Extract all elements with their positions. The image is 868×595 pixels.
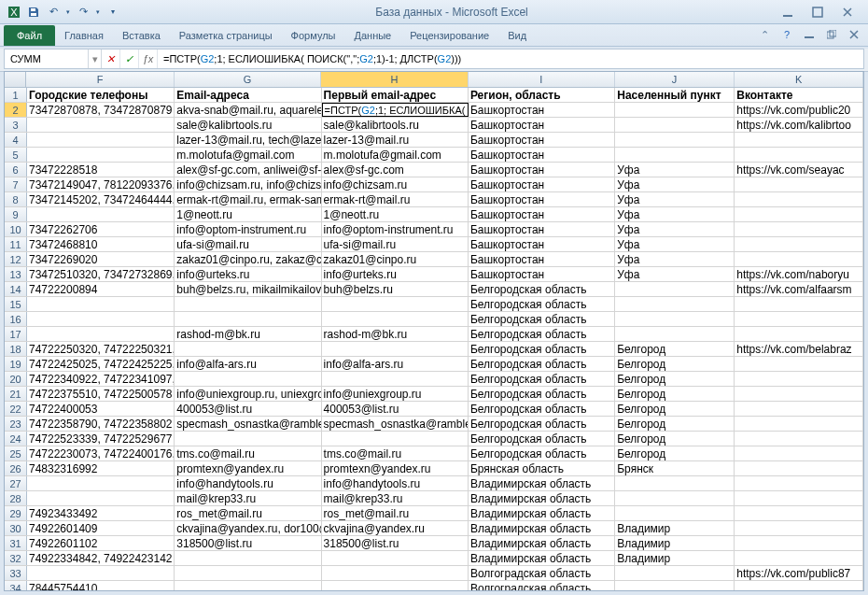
cell[interactable]: rashod-m@bk.ru — [175, 327, 321, 341]
cell[interactable] — [735, 297, 863, 311]
cell[interactable] — [322, 312, 469, 326]
cell[interactable]: Уфа — [615, 267, 735, 281]
cell[interactable]: Уфа — [615, 177, 735, 191]
cell[interactable]: Башкортостан — [469, 177, 615, 191]
cell[interactable]: https://vk.com/public20 — [735, 103, 863, 117]
cell[interactable]: Белгородская область — [469, 357, 615, 371]
cell[interactable]: Вконтакте — [735, 88, 863, 102]
column-header[interactable]: J — [615, 72, 735, 87]
row-header[interactable]: 10 — [5, 222, 27, 236]
row-header[interactable]: 24 — [5, 432, 27, 446]
cell[interactable] — [735, 581, 863, 590]
undo-icon[interactable]: ↶ — [45, 4, 62, 21]
row-header[interactable]: 2 — [5, 103, 27, 117]
cell[interactable] — [27, 207, 175, 221]
cell[interactable] — [735, 327, 863, 341]
cell[interactable]: 1@neott.ru — [175, 207, 321, 221]
cell[interactable]: Белгород — [615, 446, 735, 460]
cell[interactable]: 73472228518 — [27, 163, 175, 177]
formula-input[interactable]: =ПСТР(G2;1; ЕСЛИОШИБКА( ПОИСК(",";G2;1)-… — [158, 52, 863, 65]
cell[interactable] — [735, 476, 863, 490]
cell[interactable] — [27, 476, 175, 490]
cell[interactable]: Уфа — [615, 237, 735, 251]
cell[interactable] — [27, 148, 175, 162]
cell[interactable]: Белгородская область — [469, 432, 615, 446]
cell[interactable]: Владимир — [615, 536, 735, 550]
row-header[interactable]: 30 — [5, 521, 27, 535]
row-header[interactable]: 18 — [5, 342, 27, 356]
cell[interactable]: promtexn@yandex.ru — [175, 461, 321, 475]
cell[interactable]: Башкортостан — [469, 207, 615, 221]
cell[interactable] — [322, 581, 469, 590]
row-header[interactable]: 9 — [5, 207, 27, 221]
cell[interactable]: Белгородская область — [469, 372, 615, 386]
cell[interactable]: 74722200894 — [27, 282, 175, 296]
cell[interactable]: 318500@list.ru — [322, 536, 469, 550]
cell[interactable] — [322, 566, 469, 580]
cell[interactable]: 74923433492 — [27, 506, 175, 520]
save-icon[interactable] — [25, 4, 42, 21]
row-header[interactable]: 14 — [5, 282, 27, 296]
cell[interactable] — [735, 207, 863, 221]
cell[interactable]: Владимирская область — [469, 551, 615, 565]
cell[interactable]: https://vk.com/alfaarsm — [735, 282, 863, 296]
cell[interactable]: 73472510320, 73472732869, 7347 — [27, 267, 175, 281]
cell[interactable]: https://vk.com/kalibrtoo — [735, 118, 863, 132]
cell[interactable]: ermak-rt@mail.ru — [322, 192, 469, 206]
column-header[interactable]: K — [735, 72, 863, 87]
cell[interactable]: Башкортостан — [469, 237, 615, 251]
cell[interactable] — [735, 536, 863, 550]
cell[interactable]: Башкортостан — [469, 148, 615, 162]
wb-min-icon[interactable] — [801, 26, 818, 43]
cell[interactable] — [322, 342, 469, 356]
cell[interactable] — [615, 297, 735, 311]
cell[interactable]: 74922334842, 74922423142 — [27, 551, 175, 565]
cell[interactable]: zakaz01@cinpo.ru — [322, 252, 469, 266]
cell[interactable]: 74722340922, 74722341097, 74722341953, 7… — [27, 372, 175, 386]
cell[interactable] — [615, 133, 735, 147]
cell[interactable] — [615, 581, 735, 590]
cell[interactable]: Башкортостан — [469, 222, 615, 236]
cell[interactable]: m.molotufa@gmail.com — [322, 148, 469, 162]
cell[interactable]: Белгородская область — [469, 327, 615, 341]
insert-function-icon[interactable]: ƒx — [139, 50, 158, 68]
cell[interactable]: ckvajina@yandex.ru — [322, 521, 469, 535]
row-header[interactable]: 27 — [5, 476, 27, 490]
cell[interactable]: Белгородская область — [469, 282, 615, 296]
name-box[interactable]: СУММ — [5, 50, 89, 68]
cell[interactable]: Владимир — [615, 521, 735, 535]
cell[interactable]: specmash_osnastka@rambler.r — [175, 417, 321, 431]
ribbon-tab[interactable]: Вставка — [113, 25, 170, 46]
cell[interactable] — [175, 566, 321, 580]
cell[interactable]: 74922601102 — [27, 536, 175, 550]
cell[interactable] — [27, 491, 175, 505]
row-header[interactable]: 33 — [5, 566, 27, 580]
cell[interactable]: 74722400053 — [27, 402, 175, 416]
cell[interactable]: lazer-13@mail.ru, tech@lazerge — [175, 133, 321, 147]
cell[interactable] — [735, 372, 863, 386]
cell[interactable] — [615, 491, 735, 505]
cell[interactable]: Уфа — [615, 252, 735, 266]
cell[interactable] — [615, 103, 735, 117]
cell[interactable]: info@chizsam.ru — [322, 177, 469, 191]
cell[interactable] — [735, 312, 863, 326]
cell[interactable] — [735, 402, 863, 416]
column-header[interactable]: I — [469, 72, 615, 87]
cell[interactable] — [735, 506, 863, 520]
cell[interactable] — [27, 118, 175, 132]
row-header[interactable]: 8 — [5, 192, 27, 206]
cell[interactable] — [735, 252, 863, 266]
cell[interactable]: Белгород — [615, 342, 735, 356]
cell[interactable]: tms.co@mail.ru — [175, 446, 321, 460]
cell[interactable]: Башкортостан — [469, 133, 615, 147]
cell[interactable]: info@optom-instrument.ru — [322, 222, 469, 236]
cell[interactable]: Владимирская область — [469, 506, 615, 520]
cell[interactable]: info@uniexgroup.ru — [322, 387, 469, 401]
cell[interactable]: ermak-rt@mail.ru, ermak-sama — [175, 192, 321, 206]
row-header[interactable]: 1 — [5, 88, 27, 102]
cell[interactable]: https://vk.com/naboryu — [735, 267, 863, 281]
row-header[interactable]: 28 — [5, 491, 27, 505]
cell[interactable]: Уфа — [615, 163, 735, 177]
cell[interactable] — [735, 222, 863, 236]
redo-dd-icon[interactable]: ▾ — [94, 4, 102, 21]
